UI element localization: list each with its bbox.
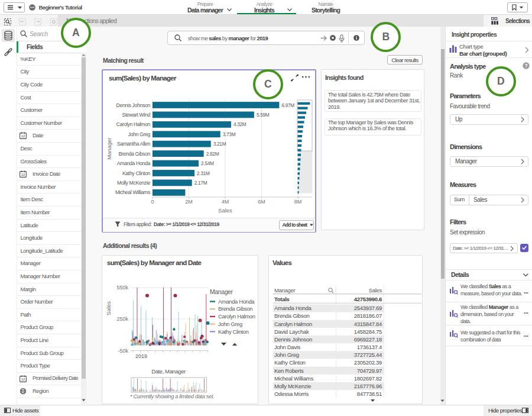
svg-text:847738.51: 847738.51 bbox=[357, 391, 382, 397]
svg-text:John Greg: John Greg bbox=[218, 321, 242, 327]
svg-text:6M: 6M bbox=[258, 199, 265, 205]
svg-text:John Greg: John Greg bbox=[274, 351, 299, 358]
svg-text:0: 0 bbox=[151, 199, 154, 205]
svg-text:Samantha Allen: Samantha Allen bbox=[117, 141, 151, 147]
svg-text:Kathy Clinton: Kathy Clinton bbox=[274, 359, 306, 366]
svg-text:2.31M: 2.31M bbox=[197, 170, 210, 176]
svg-text:Amanda Honda: Amanda Honda bbox=[117, 160, 151, 166]
svg-text:12: 12 bbox=[21, 378, 25, 381]
svg-text:2167776.96: 2167776.96 bbox=[354, 383, 382, 389]
svg-text:3.21M: 3.21M bbox=[213, 141, 226, 147]
svg-text:4315847.84: 4315847.84 bbox=[354, 321, 382, 327]
svg-text:Micheal Williams: Micheal Williams bbox=[274, 375, 313, 382]
svg-text:6.97M: 6.97M bbox=[281, 102, 294, 108]
svg-text:Amanda Honda: Amanda Honda bbox=[274, 305, 312, 311]
svg-text:4M: 4M bbox=[222, 199, 229, 205]
svg-text:5.59M: 5.59M bbox=[257, 112, 270, 118]
svg-text:2.82M: 2.82M bbox=[206, 151, 219, 157]
svg-text:Amanda Honda: Amanda Honda bbox=[218, 298, 255, 305]
svg-text:* Currently showing a limited: * Currently showing a limited data set. bbox=[130, 394, 214, 399]
svg-text:Brenda Gibson: Brenda Gibson bbox=[119, 151, 151, 157]
svg-text:Totals: Totals bbox=[274, 296, 289, 302]
svg-text:Sales: Sales bbox=[369, 287, 382, 294]
svg-text:Carolyn Halmon: Carolyn Halmon bbox=[218, 313, 255, 320]
svg-text:Stewart Wind: Stewart Wind bbox=[122, 112, 150, 118]
svg-text:1736137.4: 1736137.4 bbox=[357, 344, 382, 350]
svg-text:704729.97: 704729.97 bbox=[357, 367, 382, 374]
svg-text:2818186.07: 2818186.07 bbox=[354, 312, 382, 319]
svg-text:2305202.39: 2305202.39 bbox=[354, 359, 382, 366]
svg-text:1458284.75: 1458284.75 bbox=[354, 328, 382, 335]
svg-text:3727725.44: 3727725.44 bbox=[354, 351, 382, 358]
svg-text:250k: 250k bbox=[116, 316, 128, 322]
svg-text:Brenda Gibson: Brenda Gibson bbox=[274, 312, 309, 319]
svg-text:8M: 8M bbox=[294, 199, 302, 205]
svg-text:Manager: Manager bbox=[274, 287, 296, 294]
svg-text:42753990.6: 42753990.6 bbox=[354, 296, 382, 302]
svg-text:Ken Roberts: Ken Roberts bbox=[274, 367, 304, 374]
svg-text:2M: 2M bbox=[185, 199, 193, 205]
svg-text:-50k: -50k bbox=[118, 348, 128, 354]
svg-text:Dennis Johnson: Dennis Johnson bbox=[116, 102, 151, 108]
svg-text:Dennis Johnson: Dennis Johnson bbox=[274, 336, 312, 343]
svg-text:Manager: Manager bbox=[210, 288, 233, 295]
svg-text:2.54M: 2.54M bbox=[201, 160, 214, 166]
svg-text:Kathy Clinton: Kathy Clinton bbox=[122, 170, 151, 176]
svg-text:1802697.82: 1802697.82 bbox=[354, 375, 382, 382]
svg-text:John Greg: John Greg bbox=[128, 131, 151, 137]
svg-text:?: ? bbox=[524, 63, 527, 69]
svg-text:John Davis: John Davis bbox=[274, 344, 301, 350]
svg-text:Manager: Manager bbox=[106, 137, 112, 160]
svg-text:Brenda Gibson: Brenda Gibson bbox=[218, 305, 252, 312]
svg-text:550k: 550k bbox=[116, 285, 128, 291]
svg-text:Molly McKenzie: Molly McKenzie bbox=[274, 383, 311, 389]
svg-text:David Laychak: David Laychak bbox=[274, 328, 309, 335]
svg-text:2.17M: 2.17M bbox=[194, 180, 207, 186]
svg-text:2019: 2019 bbox=[135, 353, 147, 359]
svg-text:Sales: Sales bbox=[218, 207, 232, 214]
svg-text:Micheal Williams: Micheal Williams bbox=[115, 189, 151, 195]
svg-text:Kathy Clinton: Kathy Clinton bbox=[218, 328, 248, 335]
svg-text:Date, Manager: Date, Manager bbox=[151, 368, 186, 375]
svg-text:6969227.18: 6969227.18 bbox=[354, 336, 382, 343]
svg-text:4.32M: 4.32M bbox=[233, 121, 246, 127]
svg-text:12: 12 bbox=[21, 173, 25, 176]
svg-text:Carolyn Halmon: Carolyn Halmon bbox=[116, 121, 151, 127]
svg-text:2543937.69: 2543937.69 bbox=[354, 305, 382, 311]
svg-text:Carolyn Halmon: Carolyn Halmon bbox=[274, 321, 312, 327]
svg-text:3.73M: 3.73M bbox=[223, 131, 236, 137]
svg-text:12: 12 bbox=[21, 134, 25, 138]
svg-text:Sales: Sales bbox=[105, 301, 112, 315]
svg-text:Molly McKenzie: Molly McKenzie bbox=[117, 180, 151, 186]
svg-text:Odessa Morris: Odessa Morris bbox=[274, 391, 309, 397]
